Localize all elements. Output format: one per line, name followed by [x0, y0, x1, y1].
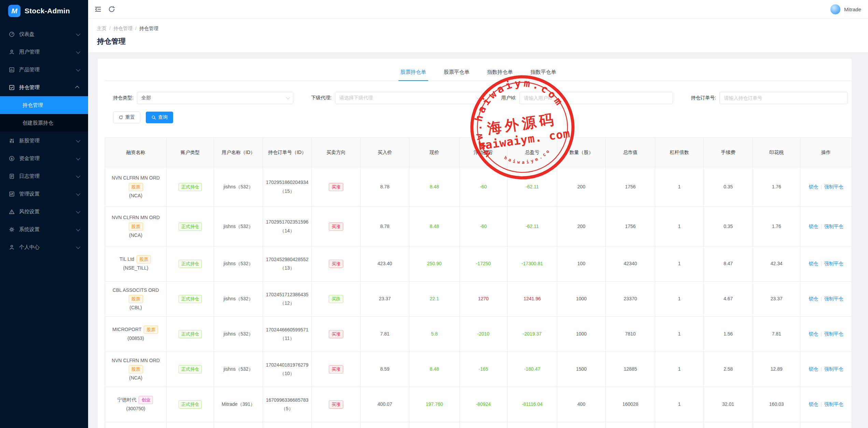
ipo-icon — [9, 138, 15, 144]
tab-0[interactable]: 股票持仓单 — [401, 69, 426, 81]
sidebar-item-2[interactable]: 产品管理 — [0, 61, 88, 79]
direction-cell: 买涨 — [312, 352, 361, 387]
page-header: 主页/持仓管理/持仓管理 持仓管理 — [88, 19, 868, 52]
leverage-cell: 1 — [655, 352, 704, 387]
tab-3[interactable]: 指数平仓单 — [531, 69, 556, 81]
column-header-0: 融资名称 — [105, 138, 167, 167]
column-header-4: 买卖方向 — [312, 138, 361, 167]
fee-cell: 1.56 — [704, 317, 753, 352]
table-row: 平安银行 股票正式持仓Mitrade（391）16709962807027买涨1… — [105, 422, 852, 428]
direction-cell: 买涨 — [312, 387, 361, 422]
float-pl-cell: -60 — [460, 167, 507, 207]
force-close-link[interactable]: 强制平仓 — [824, 296, 843, 301]
sidebar-item-label: 仪表盘 — [19, 31, 34, 38]
account-type-cell: 正式持仓 — [167, 207, 214, 246]
app-logo: M Stock-Admin — [0, 0, 88, 22]
sidebar-subitem-3-1[interactable]: 创建股票持仓 — [0, 114, 88, 132]
positions-icon — [9, 85, 15, 90]
force-close-link[interactable]: 强制平仓 — [824, 331, 843, 337]
sidebar-item-label: 个人中心 — [19, 244, 40, 251]
stamp-tax-cell: 12.89 — [753, 352, 800, 387]
sidebar-item-8[interactable]: 风控设置 — [0, 203, 88, 220]
sidebar-item-6[interactable]: 日志管理 — [0, 167, 88, 185]
sidebar-item-label: 系统设置 — [19, 226, 40, 233]
stock-name-cell: NVN CLFRN MN ORD 股票(NCA) — [105, 207, 167, 246]
sidebar-subitem-3-0[interactable]: 持仓管理 — [0, 96, 88, 114]
lock-position-link[interactable]: 锁仓 — [809, 296, 818, 301]
refresh-icon[interactable] — [108, 5, 115, 13]
user-menu[interactable]: Mitrade — [830, 4, 861, 15]
sidebar-item-4[interactable]: 新股管理 — [0, 132, 88, 149]
chevron-down-icon — [76, 67, 81, 71]
dashboard-icon — [9, 31, 15, 37]
sidebar-item-3[interactable]: 持仓管理 — [0, 79, 88, 96]
reset-icon — [118, 115, 123, 120]
user-cell: jishns（532） — [214, 282, 263, 317]
lock-position-link[interactable]: 锁仓 — [809, 366, 818, 372]
avatar[interactable] — [830, 4, 841, 15]
sidebar-item-7[interactable]: 管理设置 — [0, 185, 88, 203]
sidebar-item-0[interactable]: 仪表盘 — [0, 25, 88, 43]
sidebar-item-5[interactable]: $资金管理 — [0, 149, 88, 167]
user-id-field[interactable] — [524, 95, 669, 101]
column-header-9: 数量（股） — [557, 138, 606, 167]
fee-cell: 0.35 — [704, 207, 753, 246]
account-type-cell: 正式持仓 — [167, 422, 214, 428]
position-type-select[interactable]: 全部 — [137, 92, 293, 104]
filter-label-order-no: 持仓订单号: — [691, 95, 716, 101]
users-icon — [9, 49, 15, 55]
buy-price-cell: 8.59 — [361, 352, 409, 387]
quantity-cell: 200 — [557, 167, 606, 207]
force-close-link[interactable]: 强制平仓 — [824, 261, 843, 266]
actions-cell: 锁仓|强制平仓 — [800, 246, 852, 282]
fee-cell: 4.67 — [704, 282, 753, 317]
market-value-cell: 160028 — [606, 387, 655, 422]
current-price-cell: 8.48 — [409, 167, 460, 207]
float-pl-cell: -222 — [460, 422, 507, 428]
leverage-cell: 1 — [655, 167, 704, 207]
lock-position-link[interactable]: 锁仓 — [809, 401, 818, 407]
lock-position-link[interactable]: 锁仓 — [809, 184, 818, 189]
order-id-cell: 1702452980428552（13） — [263, 246, 312, 282]
chevron-down-icon — [76, 138, 81, 142]
buy-price-cell: 23.37 — [361, 282, 409, 317]
sidebar-item-label: 产品管理 — [19, 67, 40, 73]
collapse-sidebar-icon[interactable] — [94, 5, 102, 13]
tab-1[interactable]: 股票平仓单 — [444, 69, 470, 81]
breadcrumb-home[interactable]: 主页 — [97, 26, 107, 31]
total-pl-cell: -81116.04 — [507, 387, 557, 422]
sidebar-item-1[interactable]: 用户管理 — [0, 43, 88, 61]
chevron-up-icon — [75, 86, 80, 90]
tab-2[interactable]: 指数持仓单 — [487, 69, 513, 81]
order-no-field[interactable] — [724, 95, 843, 101]
reset-button-label: 重置 — [125, 114, 135, 120]
column-header-3: 持仓订单号（ID） — [263, 138, 312, 167]
lock-position-link[interactable]: 锁仓 — [809, 331, 818, 337]
direction-cell: 买涨 — [312, 317, 361, 352]
table-row: CBL ASSOCITS ORD 股票(CBL)正式持仓jishns（532）1… — [105, 282, 852, 317]
search-button[interactable]: 查询 — [146, 112, 173, 123]
actions-cell: 锁仓|强制平仓 — [800, 422, 852, 428]
lock-position-link[interactable]: 锁仓 — [809, 261, 818, 266]
account-type-cell: 正式持仓 — [167, 387, 214, 422]
sidebar-item-10[interactable]: 个人中心 — [0, 238, 88, 256]
user-cell: jishns（532） — [214, 207, 263, 246]
column-header-1: 账户类型 — [167, 138, 214, 167]
lock-position-link[interactable]: 锁仓 — [809, 224, 818, 229]
sub-agent-select[interactable]: 请选择下级代理 — [335, 92, 484, 104]
current-price-cell: 197.760 — [409, 387, 460, 422]
filter-label-position-type: 持仓类型: — [113, 95, 134, 101]
force-close-link[interactable]: 强制平仓 — [824, 224, 843, 229]
funds-icon: $ — [9, 156, 15, 161]
account-type-cell: 正式持仓 — [167, 317, 214, 352]
sidebar-item-9[interactable]: 系统设置 — [0, 220, 88, 238]
reset-button[interactable]: 重置 — [113, 112, 140, 123]
chevron-down-icon — [76, 209, 81, 213]
column-header-10: 总市值 — [606, 138, 655, 167]
force-close-link[interactable]: 强制平仓 — [824, 401, 843, 407]
column-header-14: 操作 — [800, 138, 852, 167]
quantity-cell: 100 — [557, 246, 606, 282]
force-close-link[interactable]: 强制平仓 — [824, 366, 843, 372]
force-close-link[interactable]: 强制平仓 — [824, 184, 843, 189]
buy-price-cell: 7.81 — [361, 317, 409, 352]
